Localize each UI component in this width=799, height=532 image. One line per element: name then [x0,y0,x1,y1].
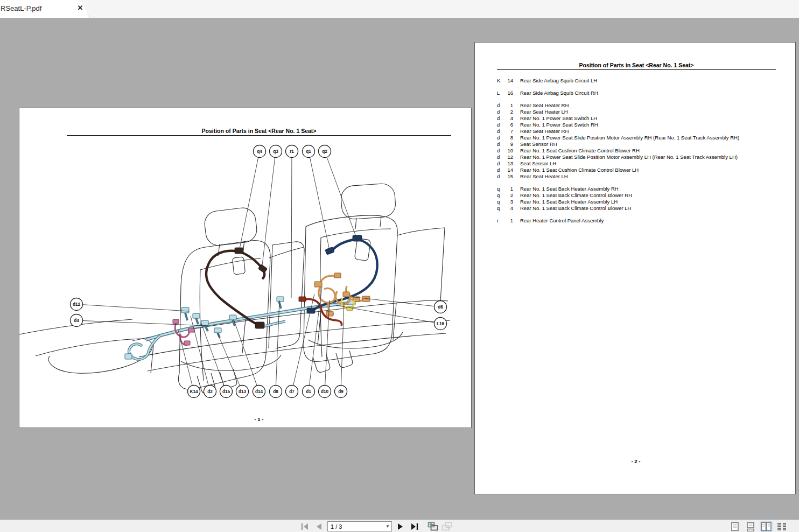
view-mode-buttons [728,521,788,532]
next-page-button[interactable] [395,522,406,531]
document-tab[interactable]: RSeatL-P.pdf ✕ [0,0,89,18]
callout-q3: q3 [262,145,282,270]
part-row: d13Seat Sensor LH [497,160,788,167]
page-number-combobox[interactable]: 1 / 3 ▼ [327,521,392,531]
bottom-toolbar: 1 / 3 ▼ [0,520,799,532]
tab-bar: RSeatL-P.pdf ✕ [0,0,799,18]
part-row: r1Rear Heater Control Panel Assembly [497,218,788,224]
svg-text:d6: d6 [438,305,443,310]
continuous-facing-view-button[interactable] [775,521,788,532]
page2-footer: - 2 - [632,458,641,464]
callout-r1: r1 [286,145,298,298]
tab-close-icon[interactable]: ✕ [76,4,85,12]
svg-text:d7: d7 [289,389,295,394]
svg-text:d9: d9 [338,389,344,394]
part-row: d6Rear No. 1 Power Seat Switch RH [497,122,788,128]
svg-text:d8: d8 [273,389,278,394]
part-row: K14Rear Side Airbag Squib Circuit LH [497,78,788,84]
part-row: q2Rear No. 1 Seat Back Climate Control B… [497,192,788,199]
part-row: d9Seat Sensor RH [497,141,788,148]
part-row: d14Rear No. 1 Seat Cushion Climate Contr… [497,167,788,173]
part-row: d8Rear No. 1 Power Seat Slide Position M… [497,135,788,141]
part-row: d4Rear No. 1 Power Seat Switch LH [497,115,788,122]
part-row: q1Rear No. 1 Seat Back Heater Assembly R… [497,186,788,192]
part-row: d7Rear Seat Heater RH [497,128,788,135]
svg-text:d2: d2 [207,389,213,394]
svg-text:L16: L16 [437,321,445,326]
callout-d9: d9 [335,303,347,398]
seat-wiring-diagram: q4q3r1q1q2K14d2d15d13d14d8d7d1d10d9d12d4… [19,108,472,429]
svg-text:d10: d10 [321,389,329,394]
tab-title: RSeatL-P.pdf [1,4,41,12]
page-indicator: 1 / 3 [328,523,384,530]
svg-text:d15: d15 [222,389,230,394]
svg-text:q3: q3 [273,149,278,154]
dropdown-caret-icon: ▼ [384,524,391,529]
part-row: d10Rear No. 1 Seat Cushion Climate Contr… [497,148,788,154]
svg-text:d14: d14 [255,389,263,394]
callout-d12: d12 [71,298,190,312]
document-canvas[interactable]: Position of Parts in Seat <Rear No. 1 Se… [0,18,799,520]
parts-list: K14Rear Side Airbag Squib Circuit LHL16R… [497,78,788,230]
previous-page-button[interactable] [313,522,324,531]
svg-text:q2: q2 [322,149,327,154]
part-row: L16Rear Side Airbag Squib Circuit RH [497,90,788,96]
part-row: d2Rear Seat Heater LH [497,109,788,115]
wire-pink-squib [173,319,194,345]
svg-text:q4: q4 [257,149,262,154]
page1-footer: - 1 - [255,416,264,422]
history-forward-button[interactable] [441,522,452,531]
callout-q4: q4 [239,145,266,252]
callout-d14: d14 [234,319,265,398]
part-row: d15Rear Seat Heater LH [497,173,788,180]
history-back-button[interactable] [427,522,438,531]
svg-text:q1: q1 [306,149,311,154]
svg-text:d12: d12 [73,302,81,307]
part-row: d1Rear Seat Heater RH [497,102,788,109]
pdf-page-1: Position of Parts in Seat <Rear No. 1 Se… [19,108,472,428]
continuous-view-button[interactable] [744,521,757,532]
first-page-button[interactable] [299,522,310,531]
page-navigation: 1 / 3 ▼ [299,521,452,532]
last-page-button[interactable] [409,522,420,531]
page2-title: Position of Parts in Seat <Rear No. 1 Se… [497,62,776,70]
part-row: q4Rear No. 1 Seat Back Climate Control B… [497,205,788,212]
svg-text:d4: d4 [74,318,79,323]
single-page-view-button[interactable] [728,521,741,532]
svg-text:r1: r1 [290,149,294,154]
svg-text:K14: K14 [190,389,198,394]
seat-outline-artwork [19,183,450,394]
part-row: d12Rear No. 1 Power Seat Slide Position … [497,154,788,160]
svg-text:d1: d1 [306,389,311,394]
pdf-page-2: Position of Parts in Seat <Rear No. 1 Se… [474,42,796,494]
svg-text:d13: d13 [239,389,247,394]
facing-pages-view-button[interactable] [760,521,773,532]
callouts: q4q3r1q1q2K14d2d15d13d14d8d7d1d10d9d12d4… [71,145,447,398]
part-row: q3Rear No. 1 Seat Back Heater Assembly L… [497,199,788,205]
